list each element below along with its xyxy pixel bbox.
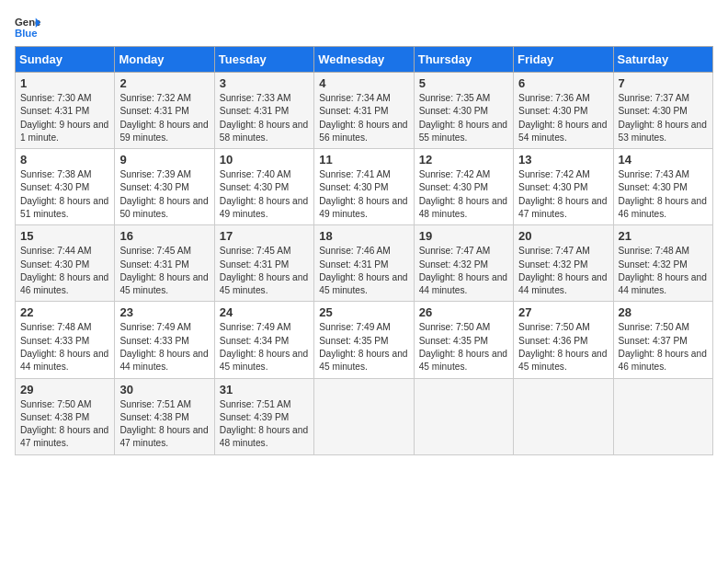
calendar-cell: 2 Sunrise: 7:32 AM Sunset: 4:31 PM Dayli… [115, 73, 214, 149]
calendar-cell: 1 Sunrise: 7:30 AM Sunset: 4:31 PM Dayli… [16, 73, 115, 149]
day-number: 5 [419, 76, 508, 90]
calendar-cell: 31 Sunrise: 7:51 AM Sunset: 4:39 PM Dayl… [214, 378, 313, 454]
calendar-week-1: 1 Sunrise: 7:30 AM Sunset: 4:31 PM Dayli… [16, 73, 713, 149]
calendar-cell: 8 Sunrise: 7:38 AM Sunset: 4:30 PM Dayli… [16, 149, 115, 225]
day-number: 14 [619, 153, 708, 167]
day-number: 13 [518, 153, 608, 167]
cell-content: Sunrise: 7:50 AM Sunset: 4:38 PM Dayligh… [20, 398, 109, 451]
calendar-cell: 9 Sunrise: 7:39 AM Sunset: 4:30 PM Dayli… [115, 149, 214, 225]
cell-content: Sunrise: 7:47 AM Sunset: 4:32 PM Dayligh… [518, 245, 608, 297]
day-number: 3 [220, 76, 309, 90]
calendar-cell: 12 Sunrise: 7:42 AM Sunset: 4:30 PM Dayl… [414, 149, 513, 225]
cell-content: Sunrise: 7:43 AM Sunset: 4:30 PM Dayligh… [619, 168, 708, 221]
cell-content: Sunrise: 7:42 AM Sunset: 4:30 PM Dayligh… [518, 168, 608, 221]
calendar-week-5: 29 Sunrise: 7:50 AM Sunset: 4:38 PM Dayl… [16, 378, 713, 454]
cell-content: Sunrise: 7:41 AM Sunset: 4:30 PM Dayligh… [319, 168, 408, 221]
calendar-cell [613, 378, 712, 454]
day-number: 21 [619, 229, 708, 243]
day-number: 31 [220, 383, 309, 396]
day-header-wednesday: Wednesday [314, 47, 414, 73]
cell-content: Sunrise: 7:37 AM Sunset: 4:30 PM Dayligh… [619, 92, 708, 144]
cell-content: Sunrise: 7:35 AM Sunset: 4:30 PM Dayligh… [419, 92, 508, 144]
cell-content: Sunrise: 7:38 AM Sunset: 4:30 PM Dayligh… [20, 168, 109, 221]
calendar-cell: 10 Sunrise: 7:40 AM Sunset: 4:30 PM Dayl… [214, 149, 313, 225]
day-number: 11 [319, 153, 408, 167]
calendar-cell: 22 Sunrise: 7:48 AM Sunset: 4:33 PM Dayl… [16, 302, 115, 378]
calendar-week-3: 15 Sunrise: 7:44 AM Sunset: 4:30 PM Dayl… [16, 225, 713, 302]
calendar-cell: 17 Sunrise: 7:45 AM Sunset: 4:31 PM Dayl… [214, 225, 313, 302]
logo-icon: General Blue [15, 15, 40, 40]
calendar-week-4: 22 Sunrise: 7:48 AM Sunset: 4:33 PM Dayl… [16, 302, 713, 378]
cell-content: Sunrise: 7:40 AM Sunset: 4:30 PM Dayligh… [220, 168, 309, 221]
cell-content: Sunrise: 7:45 AM Sunset: 4:31 PM Dayligh… [119, 245, 209, 297]
calendar-cell: 5 Sunrise: 7:35 AM Sunset: 4:30 PM Dayli… [414, 73, 513, 149]
cell-content: Sunrise: 7:42 AM Sunset: 4:30 PM Dayligh… [419, 168, 508, 221]
cell-content: Sunrise: 7:50 AM Sunset: 4:36 PM Dayligh… [518, 321, 608, 373]
calendar-cell: 4 Sunrise: 7:34 AM Sunset: 4:31 PM Dayli… [314, 73, 414, 149]
day-number: 4 [319, 76, 408, 90]
cell-content: Sunrise: 7:45 AM Sunset: 4:31 PM Dayligh… [220, 245, 309, 297]
day-number: 1 [20, 76, 109, 90]
day-number: 22 [20, 305, 109, 319]
calendar-cell: 15 Sunrise: 7:44 AM Sunset: 4:30 PM Dayl… [16, 225, 115, 302]
cell-content: Sunrise: 7:51 AM Sunset: 4:39 PM Dayligh… [220, 398, 309, 451]
cell-content: Sunrise: 7:39 AM Sunset: 4:30 PM Dayligh… [119, 168, 209, 221]
calendar-cell: 16 Sunrise: 7:45 AM Sunset: 4:31 PM Dayl… [115, 225, 214, 302]
logo: General Blue [15, 15, 40, 40]
day-number: 19 [419, 229, 508, 243]
day-number: 6 [518, 76, 608, 90]
day-number: 9 [119, 153, 209, 167]
calendar-cell: 21 Sunrise: 7:48 AM Sunset: 4:32 PM Dayl… [613, 225, 712, 302]
day-number: 27 [518, 305, 608, 319]
day-number: 18 [319, 229, 408, 243]
day-header-tuesday: Tuesday [214, 47, 313, 73]
cell-content: Sunrise: 7:48 AM Sunset: 4:32 PM Dayligh… [619, 245, 708, 297]
day-number: 30 [119, 383, 209, 396]
cell-content: Sunrise: 7:51 AM Sunset: 4:38 PM Dayligh… [119, 398, 209, 451]
calendar-cell: 29 Sunrise: 7:50 AM Sunset: 4:38 PM Dayl… [16, 378, 115, 454]
day-number: 10 [220, 153, 309, 167]
cell-content: Sunrise: 7:49 AM Sunset: 4:33 PM Dayligh… [119, 321, 209, 373]
calendar-cell [414, 378, 513, 454]
calendar-cell: 3 Sunrise: 7:33 AM Sunset: 4:31 PM Dayli… [214, 73, 313, 149]
calendar-cell: 26 Sunrise: 7:50 AM Sunset: 4:35 PM Dayl… [414, 302, 513, 378]
day-number: 8 [20, 153, 109, 167]
calendar-cell: 18 Sunrise: 7:46 AM Sunset: 4:31 PM Dayl… [314, 225, 414, 302]
day-header-friday: Friday [514, 47, 613, 73]
cell-content: Sunrise: 7:44 AM Sunset: 4:30 PM Dayligh… [20, 245, 109, 297]
cell-content: Sunrise: 7:50 AM Sunset: 4:37 PM Dayligh… [619, 321, 708, 373]
day-header-thursday: Thursday [414, 47, 513, 73]
day-number: 17 [220, 229, 309, 243]
calendar-cell [514, 378, 613, 454]
day-header-monday: Monday [115, 47, 214, 73]
page-header: General Blue [15, 15, 713, 40]
day-number: 7 [619, 76, 708, 90]
day-number: 12 [419, 153, 508, 167]
calendar-week-2: 8 Sunrise: 7:38 AM Sunset: 4:30 PM Dayli… [16, 149, 713, 225]
cell-content: Sunrise: 7:33 AM Sunset: 4:31 PM Dayligh… [220, 92, 309, 144]
calendar-cell: 23 Sunrise: 7:49 AM Sunset: 4:33 PM Dayl… [115, 302, 214, 378]
calendar-cell: 30 Sunrise: 7:51 AM Sunset: 4:38 PM Dayl… [115, 378, 214, 454]
calendar-cell: 13 Sunrise: 7:42 AM Sunset: 4:30 PM Dayl… [514, 149, 613, 225]
cell-content: Sunrise: 7:50 AM Sunset: 4:35 PM Dayligh… [419, 321, 508, 373]
day-number: 28 [619, 305, 708, 319]
cell-content: Sunrise: 7:32 AM Sunset: 4:31 PM Dayligh… [119, 92, 209, 144]
day-number: 15 [20, 229, 109, 243]
calendar-cell [314, 378, 414, 454]
day-header-saturday: Saturday [613, 47, 712, 73]
day-number: 26 [419, 305, 508, 319]
cell-content: Sunrise: 7:46 AM Sunset: 4:31 PM Dayligh… [319, 245, 408, 297]
cell-content: Sunrise: 7:49 AM Sunset: 4:35 PM Dayligh… [319, 321, 408, 373]
calendar-cell: 11 Sunrise: 7:41 AM Sunset: 4:30 PM Dayl… [314, 149, 414, 225]
calendar-header-row: SundayMondayTuesdayWednesdayThursdayFrid… [16, 47, 713, 73]
calendar-cell: 20 Sunrise: 7:47 AM Sunset: 4:32 PM Dayl… [514, 225, 613, 302]
day-number: 23 [119, 305, 209, 319]
day-number: 16 [119, 229, 209, 243]
cell-content: Sunrise: 7:34 AM Sunset: 4:31 PM Dayligh… [319, 92, 408, 144]
day-number: 29 [20, 383, 109, 396]
cell-content: Sunrise: 7:36 AM Sunset: 4:30 PM Dayligh… [518, 92, 608, 144]
day-number: 24 [220, 305, 309, 319]
calendar-cell: 19 Sunrise: 7:47 AM Sunset: 4:32 PM Dayl… [414, 225, 513, 302]
calendar-table: SundayMondayTuesdayWednesdayThursdayFrid… [15, 46, 713, 455]
day-number: 25 [319, 305, 408, 319]
